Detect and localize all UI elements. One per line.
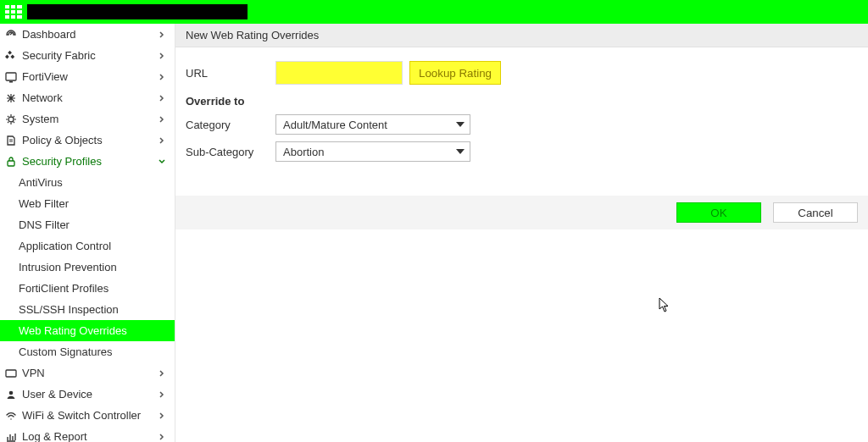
svg-rect-8 xyxy=(17,15,22,19)
chevron-right-icon xyxy=(158,136,166,145)
mouse-cursor-icon xyxy=(659,297,670,312)
sidebar-item-dashboard[interactable]: Dashboard xyxy=(0,24,175,45)
subcategory-label: Sub-Category xyxy=(186,146,275,158)
hostname-redacted xyxy=(27,4,248,19)
report-icon xyxy=(5,431,17,443)
nav-label: Network xyxy=(22,91,63,104)
svg-rect-6 xyxy=(5,15,9,19)
chevron-down-icon xyxy=(158,157,166,166)
svg-rect-3 xyxy=(5,10,9,14)
network-icon xyxy=(5,92,17,104)
chevron-right-icon xyxy=(158,369,166,378)
caret-down-icon xyxy=(456,122,465,127)
svg-point-11 xyxy=(8,117,14,122)
main-content: New Web Rating Overrides URL Lookup Rati… xyxy=(175,24,868,442)
chevron-right-icon xyxy=(158,30,166,39)
sidebar-item-security-profiles[interactable]: Security Profiles xyxy=(0,151,175,172)
chevron-right-icon xyxy=(158,433,166,441)
chevron-right-icon xyxy=(158,73,166,81)
nav-label: User & Device xyxy=(22,388,92,401)
sidebar-item-security-fabric[interactable]: Security Fabric xyxy=(0,45,175,66)
nav-label: FortiView xyxy=(22,70,68,83)
vpn-icon xyxy=(5,367,17,379)
chevron-right-icon xyxy=(158,52,166,60)
override-to-heading: Override to xyxy=(186,95,858,108)
svg-rect-9 xyxy=(6,73,16,80)
chevron-right-icon xyxy=(158,94,166,102)
subcategory-value: Abortion xyxy=(283,146,324,158)
sidebar-item-system[interactable]: System xyxy=(0,108,175,130)
dashboard-icon xyxy=(5,29,17,41)
lock-icon xyxy=(5,156,17,168)
sidebar-item-fortiview[interactable]: FortiView xyxy=(0,66,175,87)
nav-label: System xyxy=(22,113,58,125)
sidebar-item-wifi-switch[interactable]: WiFi & Switch Controller xyxy=(0,405,175,426)
sidebar: DashboardSecurity FabricFortiViewNetwork… xyxy=(0,24,175,442)
subitem-forticlient-profiles[interactable]: FortiClient Profiles xyxy=(0,278,175,299)
svg-point-14 xyxy=(9,390,14,395)
page-title: New Web Rating Overrides xyxy=(175,24,868,47)
cancel-button[interactable]: Cancel xyxy=(773,202,858,223)
sidebar-item-policy-objects[interactable]: Policy & Objects xyxy=(0,130,175,151)
nav-label: Policy & Objects xyxy=(22,134,103,146)
svg-rect-1 xyxy=(11,5,15,8)
category-label: Category xyxy=(186,119,275,131)
subitem-intrusion-prevention[interactable]: Intrusion Prevention xyxy=(0,257,175,278)
subitem-dns-filter[interactable]: DNS Filter xyxy=(0,214,175,235)
svg-rect-7 xyxy=(11,15,15,19)
sidebar-item-user-device[interactable]: User & Device xyxy=(0,384,175,405)
svg-rect-12 xyxy=(8,161,14,166)
svg-rect-4 xyxy=(11,10,15,14)
nav-label: Log & Report xyxy=(22,430,87,442)
policy-icon xyxy=(5,135,17,146)
url-label: URL xyxy=(186,67,275,80)
system-icon xyxy=(5,113,17,125)
lookup-rating-button[interactable]: Lookup Rating xyxy=(409,61,501,85)
svg-rect-5 xyxy=(17,10,22,14)
subitem-ssl-ssh-inspection[interactable]: SSL/SSH Inspection xyxy=(0,299,175,320)
nav-label: VPN xyxy=(22,367,45,379)
nav-label: Security Fabric xyxy=(22,49,96,62)
caret-down-icon xyxy=(456,149,465,154)
subitem-web-filter[interactable]: Web Filter xyxy=(0,193,175,214)
chevron-right-icon xyxy=(158,390,166,399)
button-bar: OK Cancel xyxy=(175,196,868,229)
brand-logo-icon xyxy=(5,5,22,19)
category-select[interactable]: Adult/Mature Content xyxy=(275,114,470,135)
subitem-application-control[interactable]: Application Control xyxy=(0,235,175,257)
fortiview-icon xyxy=(5,71,17,83)
sidebar-item-vpn[interactable]: VPN xyxy=(0,362,175,384)
subcategory-select[interactable]: Abortion xyxy=(275,141,470,162)
subitem-custom-signatures[interactable]: Custom Signatures xyxy=(0,341,175,362)
category-value: Adult/Mature Content xyxy=(283,119,387,131)
nav-label: WiFi & Switch Controller xyxy=(22,409,141,422)
sidebar-item-network[interactable]: Network xyxy=(0,87,175,108)
chevron-right-icon xyxy=(158,115,166,124)
svg-rect-2 xyxy=(17,5,22,8)
user-icon xyxy=(5,389,17,401)
svg-rect-0 xyxy=(5,5,9,8)
wifi-icon xyxy=(5,410,17,422)
nav-label: Security Profiles xyxy=(22,155,102,168)
sidebar-item-log-report[interactable]: Log & Report xyxy=(0,426,175,442)
subitem-web-rating-overrides[interactable]: Web Rating Overrides xyxy=(0,320,175,341)
nav-label: Dashboard xyxy=(22,28,76,41)
ok-button[interactable]: OK xyxy=(676,202,761,223)
svg-rect-10 xyxy=(9,81,13,83)
chevron-right-icon xyxy=(158,412,166,420)
top-bar xyxy=(0,0,868,24)
subitem-antivirus[interactable]: AntiVirus xyxy=(0,172,175,193)
url-input[interactable] xyxy=(275,61,403,85)
fabric-icon xyxy=(5,50,17,62)
svg-rect-13 xyxy=(6,370,16,377)
